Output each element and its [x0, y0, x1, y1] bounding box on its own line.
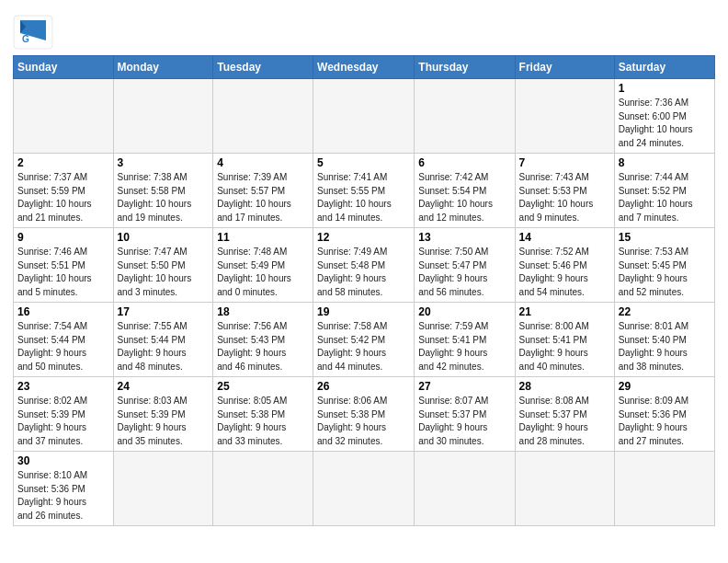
day-info: Sunrise: 7:42 AM Sunset: 5:54 PM Dayligh… [418, 171, 510, 224]
calendar-week-0: 1Sunrise: 7:36 AM Sunset: 6:00 PM Daylig… [14, 79, 715, 154]
calendar-cell: 19Sunrise: 7:58 AM Sunset: 5:42 PM Dayli… [313, 303, 415, 377]
calendar-cell: 1Sunrise: 7:36 AM Sunset: 6:00 PM Daylig… [614, 79, 714, 154]
calendar-week-3: 16Sunrise: 7:54 AM Sunset: 5:44 PM Dayli… [14, 303, 715, 377]
day-number: 3 [118, 156, 210, 169]
day-info: Sunrise: 7:46 AM Sunset: 5:51 PM Dayligh… [17, 246, 109, 299]
calendar-cell [113, 79, 213, 154]
day-number: 10 [118, 231, 210, 244]
day-number: 15 [619, 231, 711, 244]
calendar-cell: 25Sunrise: 8:05 AM Sunset: 5:38 PM Dayli… [213, 377, 313, 452]
calendar-cell: 5Sunrise: 7:41 AM Sunset: 5:55 PM Daylig… [313, 154, 415, 228]
day-info: Sunrise: 8:02 AM Sunset: 5:39 PM Dayligh… [17, 395, 109, 448]
day-info: Sunrise: 7:48 AM Sunset: 5:49 PM Dayligh… [217, 246, 309, 299]
calendar-cell [213, 452, 313, 526]
calendar-cell: 15Sunrise: 7:53 AM Sunset: 5:45 PM Dayli… [614, 228, 714, 303]
day-info: Sunrise: 7:47 AM Sunset: 5:50 PM Dayligh… [118, 246, 210, 299]
svg-text:G: G [22, 34, 29, 44]
day-number: 7 [519, 156, 610, 169]
weekday-header-friday: Friday [515, 56, 614, 79]
calendar-cell: 3Sunrise: 7:38 AM Sunset: 5:58 PM Daylig… [113, 154, 213, 228]
day-info: Sunrise: 7:36 AM Sunset: 6:00 PM Dayligh… [619, 97, 711, 150]
calendar-cell [415, 79, 515, 154]
calendar-cell [515, 452, 614, 526]
day-info: Sunrise: 7:49 AM Sunset: 5:48 PM Dayligh… [317, 246, 410, 299]
day-info: Sunrise: 7:43 AM Sunset: 5:53 PM Dayligh… [519, 171, 610, 224]
weekday-header-wednesday: Wednesday [313, 56, 415, 79]
calendar-cell: 21Sunrise: 8:00 AM Sunset: 5:41 PM Dayli… [515, 303, 614, 377]
calendar-week-2: 9Sunrise: 7:46 AM Sunset: 5:51 PM Daylig… [14, 228, 715, 303]
day-number: 5 [317, 156, 410, 169]
day-number: 26 [317, 380, 410, 393]
calendar-cell: 22Sunrise: 8:01 AM Sunset: 5:40 PM Dayli… [614, 303, 714, 377]
calendar-cell [313, 452, 415, 526]
day-number: 12 [317, 231, 410, 244]
weekday-header-sunday: Sunday [14, 56, 114, 79]
day-number: 17 [118, 305, 210, 318]
header: G [13, 9, 715, 50]
logo-icon: G [13, 15, 53, 50]
calendar-cell: 23Sunrise: 8:02 AM Sunset: 5:39 PM Dayli… [14, 377, 114, 452]
calendar-cell [313, 79, 415, 154]
day-info: Sunrise: 7:44 AM Sunset: 5:52 PM Dayligh… [619, 171, 711, 224]
calendar-week-4: 23Sunrise: 8:02 AM Sunset: 5:39 PM Dayli… [14, 377, 715, 452]
day-info: Sunrise: 7:58 AM Sunset: 5:42 PM Dayligh… [317, 320, 410, 373]
day-info: Sunrise: 8:06 AM Sunset: 5:38 PM Dayligh… [317, 395, 410, 448]
day-info: Sunrise: 7:56 AM Sunset: 5:43 PM Dayligh… [217, 320, 309, 373]
weekday-header-thursday: Thursday [415, 56, 515, 79]
calendar-cell [213, 79, 313, 154]
calendar-cell: 10Sunrise: 7:47 AM Sunset: 5:50 PM Dayli… [113, 228, 213, 303]
calendar-cell: 17Sunrise: 7:55 AM Sunset: 5:44 PM Dayli… [113, 303, 213, 377]
day-number: 24 [118, 380, 210, 393]
calendar-cell: 2Sunrise: 7:37 AM Sunset: 5:59 PM Daylig… [14, 154, 114, 228]
calendar-week-5: 30Sunrise: 8:10 AM Sunset: 5:36 PM Dayli… [14, 452, 715, 526]
day-info: Sunrise: 7:55 AM Sunset: 5:44 PM Dayligh… [118, 320, 210, 373]
calendar-cell [113, 452, 213, 526]
calendar-cell: 28Sunrise: 8:08 AM Sunset: 5:37 PM Dayli… [515, 377, 614, 452]
day-number: 23 [17, 380, 109, 393]
day-number: 13 [418, 231, 510, 244]
day-info: Sunrise: 8:09 AM Sunset: 5:36 PM Dayligh… [619, 395, 711, 448]
calendar-cell [614, 452, 714, 526]
calendar-cell: 12Sunrise: 7:49 AM Sunset: 5:48 PM Dayli… [313, 228, 415, 303]
day-number: 14 [519, 231, 610, 244]
calendar-cell: 20Sunrise: 7:59 AM Sunset: 5:41 PM Dayli… [415, 303, 515, 377]
day-number: 29 [619, 380, 711, 393]
calendar-cell: 9Sunrise: 7:46 AM Sunset: 5:51 PM Daylig… [14, 228, 114, 303]
day-number: 21 [519, 305, 610, 318]
day-info: Sunrise: 8:00 AM Sunset: 5:41 PM Dayligh… [519, 320, 610, 373]
page: G SundayMondayTuesdayWednesdayThursdayFr… [0, 0, 728, 563]
calendar-cell: 8Sunrise: 7:44 AM Sunset: 5:52 PM Daylig… [614, 154, 714, 228]
day-info: Sunrise: 7:37 AM Sunset: 5:59 PM Dayligh… [17, 171, 109, 224]
calendar-week-1: 2Sunrise: 7:37 AM Sunset: 5:59 PM Daylig… [14, 154, 715, 228]
day-info: Sunrise: 7:50 AM Sunset: 5:47 PM Dayligh… [418, 246, 510, 299]
calendar-table: SundayMondayTuesdayWednesdayThursdayFrid… [13, 55, 715, 526]
day-number: 9 [17, 231, 109, 244]
day-info: Sunrise: 7:41 AM Sunset: 5:55 PM Dayligh… [317, 171, 410, 224]
calendar-cell: 27Sunrise: 8:07 AM Sunset: 5:37 PM Dayli… [415, 377, 515, 452]
calendar-cell [515, 79, 614, 154]
day-info: Sunrise: 8:08 AM Sunset: 5:37 PM Dayligh… [519, 395, 610, 448]
day-number: 19 [317, 305, 410, 318]
calendar-cell [415, 452, 515, 526]
calendar-cell: 6Sunrise: 7:42 AM Sunset: 5:54 PM Daylig… [415, 154, 515, 228]
logo: G [13, 15, 57, 50]
day-info: Sunrise: 8:05 AM Sunset: 5:38 PM Dayligh… [217, 395, 309, 448]
day-number: 4 [217, 156, 309, 169]
day-number: 18 [217, 305, 309, 318]
calendar-cell [14, 79, 114, 154]
day-number: 22 [619, 305, 711, 318]
day-number: 27 [418, 380, 510, 393]
calendar-cell: 7Sunrise: 7:43 AM Sunset: 5:53 PM Daylig… [515, 154, 614, 228]
day-number: 1 [619, 82, 711, 95]
day-info: Sunrise: 7:59 AM Sunset: 5:41 PM Dayligh… [418, 320, 510, 373]
calendar-cell: 11Sunrise: 7:48 AM Sunset: 5:49 PM Dayli… [213, 228, 313, 303]
day-number: 28 [519, 380, 610, 393]
day-info: Sunrise: 7:54 AM Sunset: 5:44 PM Dayligh… [17, 320, 109, 373]
calendar-cell: 4Sunrise: 7:39 AM Sunset: 5:57 PM Daylig… [213, 154, 313, 228]
day-number: 20 [418, 305, 510, 318]
calendar-cell: 29Sunrise: 8:09 AM Sunset: 5:36 PM Dayli… [614, 377, 714, 452]
calendar-cell: 13Sunrise: 7:50 AM Sunset: 5:47 PM Dayli… [415, 228, 515, 303]
weekday-header-monday: Monday [113, 56, 213, 79]
calendar-cell: 30Sunrise: 8:10 AM Sunset: 5:36 PM Dayli… [14, 452, 114, 526]
day-info: Sunrise: 8:01 AM Sunset: 5:40 PM Dayligh… [619, 320, 711, 373]
